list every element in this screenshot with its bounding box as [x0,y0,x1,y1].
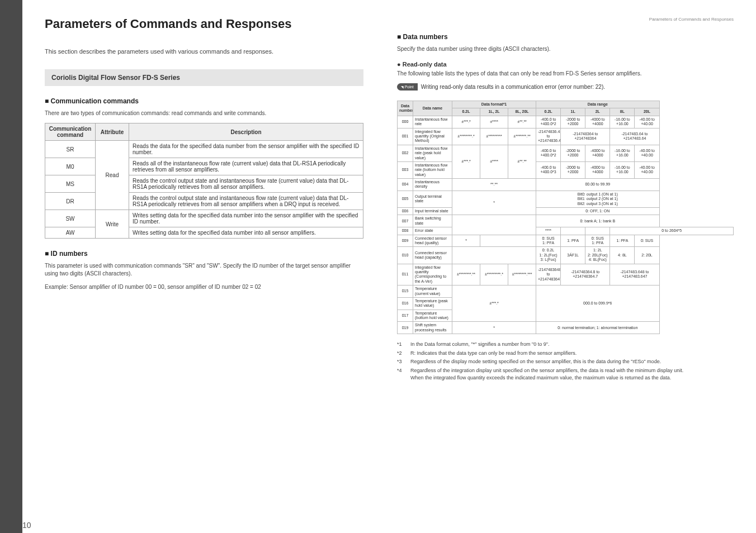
cell-range: -400.0 to +400.0*2 [536,145,561,161]
cell-desc: Writes setting data for the specified da… [129,210,363,227]
cell-range: -16.00 to +16.00 [610,116,635,128]
point-callout: Point Writing read-only data results in … [397,83,734,91]
cell-cmd: AW [45,227,96,239]
cell-desc: Reads the data for the specified data nu… [129,141,363,158]
point-text: Writing read-only data results in a comm… [421,84,605,90]
cell-num: 016 [398,297,413,310]
cell-range: -40.00 to +40.00 [635,116,659,128]
cell-fmt: ±***.* [452,145,480,178]
cell-name: Temperature (bottom hold value) [413,310,452,322]
cell-fmt: **.** [452,179,536,191]
cell-name: Integrated flow quantity (Original Metho… [413,128,452,145]
footnote-key: *2 [397,350,410,358]
cell-fmt: ±*******.** [508,128,536,145]
cell-num: 019 [398,322,413,334]
page-title: Parameters of Commands and Responses [45,17,363,31]
footnote-row: *4Regardless of the integration display … [397,367,734,382]
cell-fmt: **** [536,227,561,235]
intro-text: This section describes the parameters us… [45,48,363,55]
cell-range: -2000 to +2000 [561,161,585,178]
cell-fmt: * [452,235,480,247]
th-number: Data number [398,101,413,116]
cell-num: 011 [398,264,413,285]
th-range: Data range [536,101,660,108]
cell-fmt: ±**.** [508,145,536,178]
cell-name: Connected sensor head (quality) [413,235,452,247]
cell-range: 00.00 to 99.99 [536,179,660,191]
content: Parameters of Commands and Responses Thi… [22,0,756,533]
cell-desc: Reads the control output state and insta… [129,193,363,210]
cell-fmt [452,215,536,235]
cell-num: 001 [398,128,413,145]
cell-num: 006 [398,208,413,215]
sidebar [0,0,22,533]
header-label: Parameters of Commands and Responses [397,17,734,22]
cell-num: 015 [398,285,413,298]
cell-attr: Write [96,210,129,239]
cell-name: Error state [413,227,452,235]
cell-range: 0: normal termination; 1: abnormal termi… [536,322,660,334]
footnote-text: In the Data format column, "*" signifies… [410,341,549,349]
cell-range: 0: OFF, 1: ON [536,208,660,215]
footnote-row: *2R: Indicates that the data type can on… [397,350,734,358]
th-fmt-1: 1L, 2L [480,108,508,116]
cell-fmt: ±********.* [452,128,480,145]
cell-name: Bank switching state [413,215,452,227]
cell-name: Output terminal state [413,191,452,207]
cell-num: 009 [398,235,413,247]
cell-range: 2: 20L [635,247,659,264]
cell-fmt: ±********.** [452,264,480,285]
point-tag: Point [397,83,418,91]
th-rng-4: 20L [635,108,659,116]
cell-fmt [585,227,610,235]
cell-fmt: ±********.*** [508,264,536,285]
cell-fmt: ±***.* [452,116,480,128]
cell-range: -400.0 to +400.0*3 [536,161,561,178]
cell-num: 010 [398,247,413,264]
readonly-intro: The following table lists the types of d… [397,70,734,78]
cell-fmt: ±********* [480,128,508,145]
cell-name: Integrated flow quantity (Corresponding … [413,264,452,285]
footnotes: *1In the Data format column, "*" signifi… [397,341,734,382]
th-format: Data format*1 [452,101,536,108]
cell-range: -4000 to +4000 [585,161,610,178]
cell-fmt [452,247,536,264]
cell-range: -2000 to +2000 [561,145,585,161]
comm-tbody: SRReadReads the data for the specified d… [45,141,363,239]
footnote-key: *3 [397,358,410,366]
cell-range: -16.00 to +16.00 [610,161,635,178]
cell-name: Input terminal state [413,208,452,215]
th-rng-0: 0.2L [536,108,561,116]
data-table: Data number Data name Data format*1 Data… [397,101,734,334]
cell-range: 3ÁF1L [561,247,585,264]
th-fmt-0: 0.2L [452,108,480,116]
cell-range: -2147483.64 to +2147483.64 [610,128,659,145]
footnote-row: *1In the Data format column, "*" signifi… [397,341,734,349]
th-name: Data name [413,101,452,116]
footnote-text: Regardless of the integration display un… [410,367,683,382]
cell-name: Temperature (current value) [413,285,452,298]
cell-num: 000 [398,116,413,128]
cell-num: 017 [398,310,413,322]
cell-range: -214748364.8 to +214748364.7 [561,264,610,285]
series-heading: Coriolis Digital Flow Sensor FD-S Series [45,69,363,86]
data-tbody: 000Instantaneous flow rate±***.*±****±**… [398,116,734,334]
cell-range: 0: bank A; 1: bank B [536,215,660,227]
th-fmt-2: 8L, 20L [508,108,536,116]
comm-commands-heading: Communication commands [45,97,363,105]
cell-range: 000.0 to 099.9*6 [536,285,660,322]
cell-name: Shift system processing results [413,322,452,334]
cell-name: Temperature (peak hold value) [413,297,452,310]
page-number: 10 [22,521,31,530]
cell-range: -16.00 to +16.00 [610,145,635,161]
cell-fmt [561,227,585,235]
cell-name: Instantaneous density [413,179,452,191]
cell-num: 002 [398,145,413,161]
cell-fmt: ±*********.* [480,264,508,285]
cell-range: 4: 8L [610,247,635,264]
cell-cmd: DR [45,193,96,210]
cell-fmt: ±**.** [508,116,536,128]
cell-range: -40.00 to +40.00 [635,161,659,178]
cell-fmt: ±**** [480,116,508,128]
th-rng-2: 2L [585,108,610,116]
